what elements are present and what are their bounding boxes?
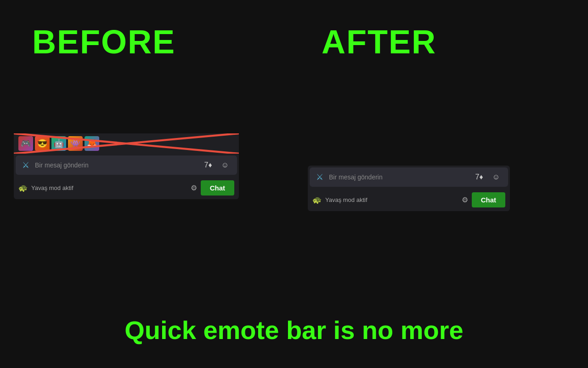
message-input-before[interactable]: ⚔ Bir mesaj gönderin 7♦ ☺: [16, 155, 237, 175]
placeholder-before: Bir mesaj gönderin: [35, 161, 197, 169]
bottom-bar-after: 🐢 Yavaş mod aktif ⚙ Chat: [308, 189, 510, 211]
after-panel: ⚔ Bir mesaj gönderin 7♦ ☺ 🐢 Yavaş mod ak…: [308, 166, 510, 211]
slow-mode-icon-after: 🐢: [312, 196, 322, 204]
emote-avatar-3[interactable]: 🤖: [51, 136, 66, 151]
slow-mode-text-before: Yavaş mod aktif: [31, 184, 187, 191]
bits-icon-after[interactable]: 7♦: [474, 173, 485, 181]
gear-icon-before[interactable]: ⚙: [191, 184, 197, 192]
before-panel: 🎮 😎 🤖 👾 🦊 ⚔ Bir mesaj gönderin 7♦ ☺ 🐢 Ya…: [14, 133, 239, 199]
sword-icon-before: ⚔: [22, 160, 29, 170]
emote-bar: 🎮 😎 🤖 👾 🦊: [14, 133, 239, 154]
emote-icon-before[interactable]: ☺: [220, 161, 231, 169]
emote-avatar-2[interactable]: 😎: [35, 136, 50, 151]
sword-icon-after: ⚔: [316, 172, 323, 182]
after-label: AFTER: [322, 23, 436, 61]
slow-mode-text-after: Yavaş mod aktif: [325, 196, 458, 203]
chat-button-before[interactable]: Chat: [201, 180, 234, 196]
emote-avatar-4[interactable]: 👾: [68, 136, 83, 151]
message-input-after[interactable]: ⚔ Bir mesaj gönderin 7♦ ☺: [310, 167, 508, 187]
emote-icon-after[interactable]: ☺: [491, 173, 502, 181]
slow-mode-icon-before: 🐢: [18, 184, 28, 192]
emote-avatar-5[interactable]: 🦊: [85, 136, 99, 151]
before-label: BEFORE: [32, 23, 175, 61]
bottom-bar-before: 🐢 Yavaş mod aktif ⚙ Chat: [14, 177, 239, 199]
caption: Quick emote bar is no more: [0, 315, 588, 345]
emote-avatar-1[interactable]: 🎮: [18, 136, 33, 151]
chat-button-after[interactable]: Chat: [472, 192, 505, 207]
placeholder-after: Bir mesaj gönderin: [329, 173, 468, 181]
gear-icon-after[interactable]: ⚙: [462, 196, 468, 204]
bits-icon-before[interactable]: 7♦: [203, 161, 214, 169]
